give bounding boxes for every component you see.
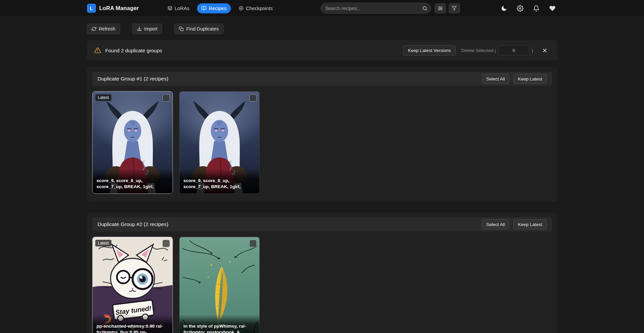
copy-icon xyxy=(179,26,184,31)
card-select-checkbox[interactable] xyxy=(162,94,170,102)
select-all-button[interactable]: Select All xyxy=(482,219,509,229)
close-icon xyxy=(542,48,548,53)
theme-toggle-button[interactable] xyxy=(499,3,509,13)
search-input[interactable] xyxy=(320,3,431,14)
tab-label: Recipes xyxy=(209,6,226,11)
favorites-button[interactable] xyxy=(547,3,557,13)
search xyxy=(320,3,431,14)
notifications-button[interactable] xyxy=(531,3,541,13)
group-header: Duplicate Group #1 (2 recipes) Select Al… xyxy=(92,72,552,86)
latest-badge: Latest xyxy=(95,94,112,101)
layers-icon xyxy=(167,6,172,11)
sort-options-button[interactable] xyxy=(435,3,446,13)
tab-label: Checkpoints xyxy=(246,6,273,11)
group-actions: Select All Keep Latest xyxy=(482,74,547,84)
brand: L LoRA Manager xyxy=(87,4,139,13)
recipe-card[interactable]: in the style of ppWhimsy, ral-frctlgmtry… xyxy=(179,237,260,333)
recipe-card[interactable]: score_9, score_8_up, score_7_up, BREAK, … xyxy=(179,91,260,194)
filter-button[interactable] xyxy=(449,3,460,13)
recipe-caption: in the style of ppWhimsy, ral-frctlgmtry… xyxy=(180,315,259,333)
group-header: Duplicate Group #2 (2 recipes) Select Al… xyxy=(92,217,552,231)
group-title: Duplicate Group #1 (2 recipes) xyxy=(98,76,168,82)
duplicate-group-panel: Duplicate Group #1 (2 recipes) Select Al… xyxy=(87,67,557,202)
tab-loras[interactable]: LoRAs xyxy=(163,3,194,13)
main-nav: LoRAs Recipes Checkpoints xyxy=(163,3,277,13)
duplicate-group-panel: Duplicate Group #2 (2 recipes) Select Al… xyxy=(87,213,557,333)
filter-buttons xyxy=(435,3,460,13)
refresh-icon xyxy=(92,26,96,31)
banner-text: Found 2 duplicate groups xyxy=(105,48,162,53)
card-select-checkbox[interactable] xyxy=(249,240,257,247)
selected-count-input[interactable] xyxy=(498,45,529,55)
search-button[interactable] xyxy=(420,4,430,13)
group-cards: Stay tuned! Latest pp-enchanted-whimsy:0… xyxy=(92,237,552,333)
select-all-button[interactable]: Select All xyxy=(482,74,509,84)
delete-selected-button[interactable]: Delete Selected ( ) xyxy=(461,45,533,55)
import-icon xyxy=(137,26,142,31)
moon-icon xyxy=(501,5,507,12)
gear-icon xyxy=(517,5,524,12)
page-toolbar: Refresh Import Find Duplicates xyxy=(87,23,557,34)
latest-badge: Latest xyxy=(95,240,112,246)
keep-latest-button[interactable]: Keep Latest xyxy=(513,219,546,229)
import-button[interactable]: Import xyxy=(132,23,162,34)
recipe-card[interactable]: Latest score_9, score_8_up, score_7_up, … xyxy=(92,91,173,194)
keep-latest-button[interactable]: Keep Latest xyxy=(513,74,546,84)
find-duplicates-button[interactable]: Find Duplicates xyxy=(174,23,224,34)
duplicates-banner: Found 2 duplicate groups Keep Latest Ver… xyxy=(87,40,557,60)
banner-message: Found 2 duplicate groups xyxy=(94,47,162,54)
close-banner-button[interactable] xyxy=(540,45,550,55)
recipe-caption: pp-enchanted-whimsy:0.90 ral-frctlgmtry_… xyxy=(93,315,172,333)
recipe-caption: score_9, score_8_up, score_7_up, BREAK, … xyxy=(180,169,259,193)
card-select-checkbox[interactable] xyxy=(162,240,170,247)
disc-icon xyxy=(239,6,244,11)
sliders-icon xyxy=(438,6,443,11)
tab-recipes[interactable]: Recipes xyxy=(197,3,231,13)
card-select-checkbox[interactable] xyxy=(249,94,257,102)
app-title: LoRA Manager xyxy=(99,5,139,11)
navbar-actions xyxy=(499,3,557,13)
find-duplicates-label: Find Duplicates xyxy=(186,26,219,32)
recipe-caption: score_9, score_8_up, score_7_up, BREAK, … xyxy=(93,169,172,193)
delete-selected-prefix: Delete Selected ( xyxy=(461,48,496,53)
delete-selected-suffix: ) xyxy=(532,48,533,53)
heart-icon xyxy=(549,5,556,12)
main-content: Refresh Import Find Duplicates Found 2 d… xyxy=(87,23,557,333)
recipe-card[interactable]: Stay tuned! Latest pp-enchanted-whimsy:0… xyxy=(92,237,173,333)
refresh-button[interactable]: Refresh xyxy=(87,23,120,34)
import-label: Import xyxy=(144,26,158,32)
funnel-icon xyxy=(452,6,457,11)
navbar: L LoRA Manager LoRAs Recipes Checkpoints xyxy=(0,0,644,17)
bell-icon xyxy=(533,5,540,12)
group-cards: Latest score_9, score_8_up, score_7_up, … xyxy=(92,91,552,194)
search-icon xyxy=(422,6,428,11)
tab-label: LoRAs xyxy=(175,6,190,11)
warning-icon xyxy=(94,47,101,54)
group-actions: Select All Keep Latest xyxy=(482,219,547,229)
banner-actions: Keep Latest Versions Delete Selected ( ) xyxy=(403,45,550,56)
book-icon xyxy=(201,6,206,11)
keep-latest-versions-button[interactable]: Keep Latest Versions xyxy=(403,45,456,56)
app-logo: L xyxy=(87,4,96,13)
group-title: Duplicate Group #2 (2 recipes) xyxy=(98,221,168,227)
settings-button[interactable] xyxy=(515,3,525,13)
refresh-label: Refresh xyxy=(99,26,115,32)
tab-checkpoints[interactable]: Checkpoints xyxy=(234,3,277,13)
